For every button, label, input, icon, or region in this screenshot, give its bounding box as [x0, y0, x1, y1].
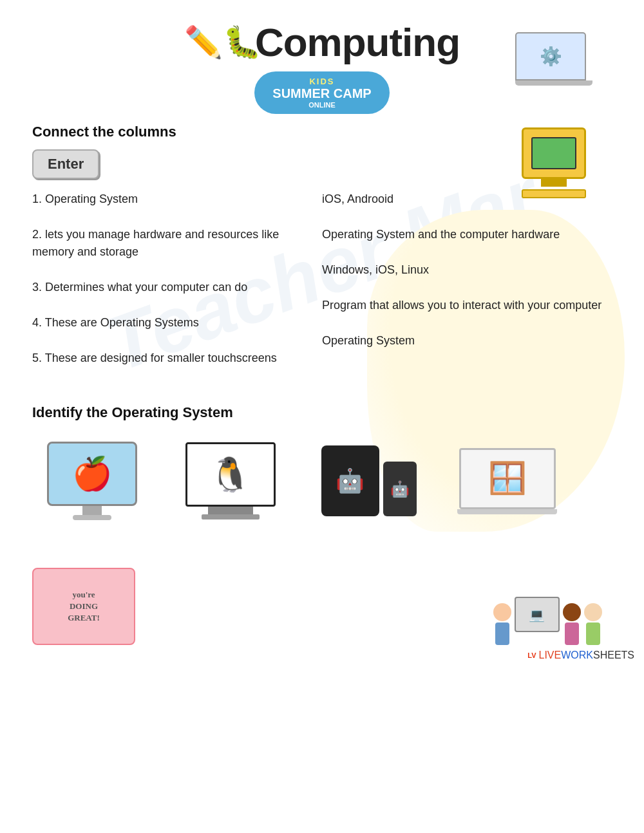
left-item-4: 4. These are Operating Systems [32, 314, 290, 332]
left-item-1-text: 1. Operating System [32, 192, 138, 205]
footer-text: LIVEWORKSHEETS [539, 650, 634, 661]
motivational-area: you're DOING GREAT! [32, 568, 135, 645]
right-item-D-text: Program that allows you to interact with… [322, 299, 601, 312]
android-logo-icon: 🤖 [336, 467, 365, 494]
kid-2 [563, 603, 581, 645]
identify-os-section: Identify the Operating System 🍎 🐧 [32, 404, 612, 529]
badge-camp: SUMMER CAMP [272, 86, 371, 101]
left-item-2: 2. lets you manage hardware and resource… [32, 226, 290, 261]
right-item-A-text: iOS, Androoid [322, 192, 393, 205]
android-phone: 🤖 [383, 462, 417, 516]
summer-camp-badge: KIDS SUMMER CAMP ONLINE [254, 71, 389, 114]
right-item-D: Program that allows you to interact with… [322, 297, 612, 314]
kid1-body [495, 622, 509, 645]
penguin-icon: 🐧 [209, 455, 251, 494]
footer-work: WORK [561, 650, 593, 660]
right-item-B-text: Operating System and the computer hardwa… [322, 228, 560, 241]
android-tablet: 🤖 [321, 445, 379, 516]
kids-at-computer-illustration: 💻 [483, 548, 612, 645]
motivational-laptop: you're DOING GREAT! [32, 568, 135, 645]
laptop-decoration: ⚙️ [515, 32, 592, 86]
footer-logo: LV [527, 651, 536, 659]
apple-logo-icon: 🍎 [72, 455, 112, 492]
header: ✏️🐛 Computing ⚙️ [32, 19, 612, 65]
mac-stand [82, 506, 102, 515]
right-item-C: Windows, iOS, Linux [322, 261, 612, 279]
left-column: 1. Operating System 2. lets you manage h… [32, 191, 303, 385]
left-item-5: 5. These are designed for smaller touchs… [32, 350, 290, 367]
os-linux-box: 🐧 [171, 433, 290, 529]
columns-layout: 1. Operating System 2. lets you manage h… [32, 191, 612, 385]
kid-3 [584, 603, 602, 645]
old-monitor-decoration [522, 127, 586, 198]
left-item-1: 1. Operating System [32, 191, 290, 208]
os-android-box: 🤖 🤖 [309, 433, 428, 529]
left-item-4-text: 4. These are Operating Systems [32, 316, 199, 329]
badge-online: ONLINE [272, 101, 371, 109]
kid1-head [493, 603, 511, 621]
left-item-5-text: 5. These are designed for smaller touchs… [32, 351, 277, 364]
mac-monitor: 🍎 [47, 442, 137, 506]
footer: LV LIVEWORKSHEETS [527, 650, 634, 661]
footer-sheets: SHEETS [593, 650, 634, 660]
footer-lv-icon: LV [527, 651, 536, 659]
right-item-E-text: Operating System [322, 334, 415, 347]
left-item-3: 3. Determines what your computer can do [32, 279, 290, 296]
os-apple-box: 🍎 [32, 433, 151, 529]
kid-1 [493, 603, 511, 645]
linux-stand [208, 507, 253, 514]
kid3-body [586, 622, 600, 645]
windows-laptop: 🪟 [459, 448, 556, 509]
footer-live: LIVE [539, 650, 562, 660]
android-phone-icon: 🤖 [390, 480, 410, 498]
motivational-text: you're DOING GREAT! [68, 589, 100, 624]
os-icons-row: 🍎 🐧 🤖 🤖 [32, 433, 612, 529]
left-item-2-text: 2. lets you manage hardware and resource… [32, 228, 279, 258]
kid3-head [584, 603, 602, 621]
enter-button[interactable]: Enter [32, 149, 99, 179]
right-item-C-text: Windows, iOS, Linux [322, 263, 429, 276]
right-column: iOS, Androoid Operating System and the c… [303, 191, 612, 385]
kids-monitor-icon: 💻 [529, 607, 545, 622]
mac-base [73, 515, 111, 520]
right-item-B: Operating System and the computer hardwa… [322, 226, 612, 243]
pencil-icon: ✏️🐛 [184, 24, 261, 61]
badge-kids: KIDS [272, 77, 371, 86]
android-devices: 🤖 🤖 [321, 445, 417, 516]
windows-base [457, 509, 557, 514]
left-item-3-text: 3. Determines what your computer can do [32, 281, 247, 294]
right-item-E: Operating System [322, 332, 612, 350]
bottom-section: you're DOING GREAT! 💻 [32, 548, 612, 645]
page-title: Computing [255, 19, 460, 65]
linux-base [202, 514, 260, 519]
linux-monitor: 🐧 [185, 442, 276, 507]
windows-logo-icon: 🪟 [488, 460, 527, 496]
section2-heading: Identify the Operating System [32, 404, 612, 421]
os-windows-box: 🪟 [448, 433, 567, 529]
kid2-head [563, 603, 581, 621]
kid2-body [565, 622, 579, 645]
kids-monitor: 💻 [515, 597, 560, 632]
